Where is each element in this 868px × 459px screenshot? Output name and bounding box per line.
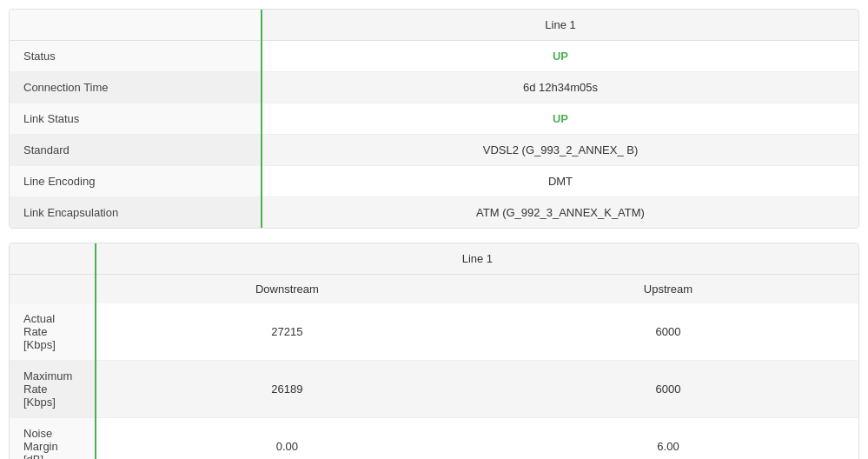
table2-container: Line 1 Downstream Upstream Actual Rate [… [9,243,859,459]
row-value: ATM (G_992_3_ANNEX_K_ATM) [262,197,858,229]
table-row: Connection Time6d 12h34m05s [10,72,858,103]
table-row: Link StatusUP [10,103,858,135]
row-label: Actual Rate [Kbps] [10,303,96,361]
table-row: StandardVDSL2 (G_993_2_ANNEX_ B) [10,135,858,166]
table2-subheader-upstream: Upstream [478,275,858,304]
row-downstream: 0.00 [96,418,478,460]
row-downstream: 27215 [96,303,478,361]
row-label: Line Encoding [10,166,262,197]
table-row: Noise Margin [dB]0.006.00 [10,418,858,460]
table2: Line 1 Downstream Upstream Actual Rate [… [10,243,858,459]
row-value: DMT [262,166,858,197]
table-row: Line EncodingDMT [10,166,858,197]
row-label: Standard [10,135,262,166]
table-row: Maximum Rate [Kbps]261896000 [10,361,858,418]
row-value: UP [262,41,858,72]
row-value: 6d 12h34m05s [262,72,858,103]
table2-subheader-downstream: Downstream [96,275,478,304]
table1-header-line: Line 1 [262,10,858,41]
row-label: Connection Time [10,72,262,103]
row-label: Status [10,41,262,72]
table-row: Actual Rate [Kbps]272156000 [10,303,858,361]
table1: Line 1 StatusUPConnection Time6d 12h34m0… [10,10,858,228]
table2-header-label [10,243,96,275]
table-row: Link EncapsulationATM (G_992_3_ANNEX_K_A… [10,197,858,229]
row-label: Maximum Rate [Kbps] [10,361,96,418]
row-value: UP [262,103,858,135]
row-downstream: 26189 [96,361,478,418]
main-content: Line 1 StatusUPConnection Time6d 12h34m0… [9,9,859,459]
row-label: Link Encapsulation [10,197,262,229]
table1-header-row: Line 1 [10,10,858,41]
row-upstream: 6000 [478,303,858,361]
row-value: VDSL2 (G_993_2_ANNEX_ B) [262,135,858,166]
table2-header-line: Line 1 [96,243,858,275]
row-label: Link Status [10,103,262,135]
table2-subheader-row: Downstream Upstream [10,275,858,304]
table1-container: Line 1 StatusUPConnection Time6d 12h34m0… [9,9,859,229]
table2-header-row: Line 1 [10,243,858,275]
table2-subheader-label [10,275,96,304]
row-upstream: 6.00 [478,418,858,460]
row-label: Noise Margin [dB] [10,418,96,460]
row-upstream: 6000 [478,361,858,418]
table1-header-label [10,10,262,41]
table-row: StatusUP [10,41,858,72]
